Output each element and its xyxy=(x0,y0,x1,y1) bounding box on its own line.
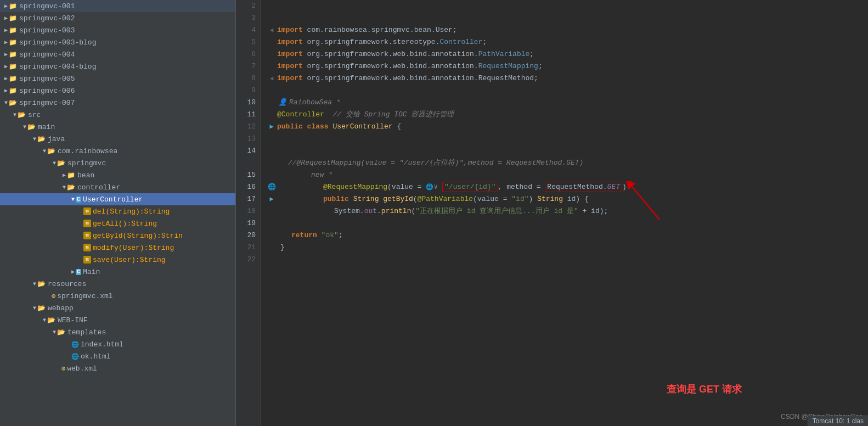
sidebar-item-springmvc-003[interactable]: ▶ 📁 springmvc-003 xyxy=(0,24,235,36)
code-line-12 xyxy=(266,133,863,145)
sidebar-item-springmvc-003-blog[interactable]: ▶ 📁 springmvc-003-blog xyxy=(0,36,235,48)
import-fold-icon: ◀ xyxy=(270,24,274,36)
sidebar-item-main[interactable]: ▼ 📂 main xyxy=(0,121,235,133)
sidebar-item-WEB-INF[interactable]: ▼ 📂 WEB-INF xyxy=(0,314,235,326)
sidebar-item-label: webapp xyxy=(48,304,74,312)
collapse-arrow[interactable]: ▼ xyxy=(53,329,56,335)
file-tree[interactable]: ▶ 📁 springmvc-001 ▶ 📁 springmvc-002 ▶ 📁 … xyxy=(0,0,236,426)
collapse-arrow[interactable]: ▼ xyxy=(13,112,16,118)
code-content[interactable]: ◀ import com.rainbowsea.springmvc.bean.U… xyxy=(261,0,868,426)
sidebar-item-src[interactable]: ▼ 📂 src xyxy=(0,109,235,121)
collapse-arrow[interactable]: ▶ xyxy=(71,268,75,275)
collapse-arrow[interactable]: ▶ xyxy=(4,39,8,46)
xml-file-icon: ⚙ xyxy=(61,365,65,373)
sidebar-item-controller[interactable]: ▼ 📂 controller xyxy=(0,181,235,193)
sidebar-item-springmvc-001[interactable]: ▶ 📁 springmvc-001 xyxy=(0,0,235,12)
folder-icon: 📁 xyxy=(9,51,17,59)
sidebar-item-del[interactable]: m del(String):String xyxy=(0,205,235,217)
html-file-icon: 🌐 xyxy=(71,353,79,360)
collapse-arrow[interactable]: ▼ xyxy=(43,317,46,323)
collapse-arrow[interactable]: ▶ xyxy=(4,51,8,58)
sidebar-item-label: springmvc.xml xyxy=(57,292,112,300)
sidebar-item-templates[interactable]: ▼ 📂 templates xyxy=(0,326,235,338)
sidebar-item-index-html[interactable]: 🌐 index.html xyxy=(0,338,235,350)
collapse-arrow[interactable]: ▼ xyxy=(33,305,36,311)
sidebar-item-springmvc-xml[interactable]: ⚙ springmvc.xml xyxy=(0,290,235,302)
code-line-10: @Controller // 交给 Spring IOC 容器进行管理 xyxy=(266,109,863,121)
folder-icon: 📂 xyxy=(37,135,46,143)
collapse-arrow[interactable]: ▶ xyxy=(4,3,8,9)
gutter-11: ▶ xyxy=(266,121,277,133)
folder-icon: 📁 xyxy=(67,171,75,180)
sidebar-item-label: Main xyxy=(83,268,100,276)
sidebar-item-ok-html[interactable]: 🌐 ok.html xyxy=(0,350,235,362)
sidebar-item-springmvc-002[interactable]: ▶ 📁 springmvc-002 xyxy=(0,12,235,24)
collapse-arrow[interactable]: ▼ xyxy=(53,160,56,166)
sidebar-item-webapp[interactable]: ▼ 📂 webapp xyxy=(0,302,235,314)
sidebar-item-label: bean xyxy=(77,171,94,180)
sidebar-item-springmvc-006[interactable]: ▶ 📁 springmvc-006 xyxy=(0,85,235,97)
sidebar-item-springmvc[interactable]: ▼ 📂 springmvc xyxy=(0,157,235,169)
sidebar-item-label: save(User):String xyxy=(93,256,166,264)
sidebar-item-com-rainbowsea[interactable]: ▼ 📂 com.rainbowsea xyxy=(0,145,235,157)
method-icon: m xyxy=(83,244,91,251)
collapse-arrow[interactable]: ▶ xyxy=(63,172,66,178)
folder-icon: 📁 xyxy=(9,26,17,35)
code-line-17: System.out.println("正在根据用户 id 查询用户信息...用… xyxy=(266,205,863,217)
sidebar-item-bean[interactable]: ▶ 📁 bean xyxy=(0,169,235,181)
sidebar-item-label: springmvc-004 xyxy=(19,51,75,59)
code-line-21 xyxy=(266,254,863,266)
line-num: 9 xyxy=(240,85,256,97)
folder-icon: 📂 xyxy=(47,316,55,324)
sidebar-item-springmvc-004-blog[interactable]: ▶ 📁 springmvc-004-blog xyxy=(0,60,235,72)
code-line-19: return "ok"; xyxy=(266,229,863,242)
sidebar-item-springmvc-007[interactable]: ▼ 📂 springmvc-007 xyxy=(0,97,235,109)
sidebar-item-web-xml[interactable]: ⚙ web.xml xyxy=(0,362,235,374)
tomcat-status-bar: Tomcat 10: 1 clas xyxy=(808,416,868,426)
sidebar-item-resources[interactable]: ▼ 📂 resources xyxy=(0,278,235,290)
sidebar-item-save[interactable]: m save(User):String xyxy=(0,254,235,266)
collapse-arrow[interactable]: ▼ xyxy=(71,197,75,203)
collapse-arrow[interactable]: ▶ xyxy=(4,63,8,70)
collapse-arrow[interactable]: ▼ xyxy=(4,100,8,106)
line-num: 12 xyxy=(240,121,256,133)
line-num: 22 xyxy=(240,254,256,266)
line-num: 16 xyxy=(240,181,256,193)
sidebar-item-java[interactable]: ▼ 📂 java xyxy=(0,133,235,145)
line-numbers: 2 3 4 5 6 7 8 9 10 11 12 13 14 15 16 17 … xyxy=(236,0,261,426)
line-num: 19 xyxy=(240,217,256,229)
collapse-arrow[interactable]: ▶ xyxy=(4,87,8,94)
earth-icon-15: 🌐 xyxy=(268,181,276,193)
collapse-arrow[interactable]: ▼ xyxy=(23,124,26,130)
folder-icon: 📂 xyxy=(47,147,55,155)
gutter-4: ◀ xyxy=(266,24,277,36)
line-num: 21 xyxy=(240,242,256,254)
collapse-arrow[interactable]: ▼ xyxy=(33,136,36,142)
collapse-arrow[interactable]: ▶ xyxy=(4,27,8,33)
sidebar-item-getAll[interactable]: m getAll():String xyxy=(0,217,235,229)
collapse-arrow[interactable]: ▶ xyxy=(4,15,8,21)
collapse-arrow[interactable]: ▼ xyxy=(33,281,36,287)
sidebar-item-UserController[interactable]: ▼ C UserController xyxy=(0,193,235,205)
sidebar-item-label: src xyxy=(28,111,41,119)
sidebar-item-springmvc-004[interactable]: ▶ 📁 springmvc-004 xyxy=(0,48,235,60)
line-num: 8 xyxy=(240,72,256,85)
collapse-arrow[interactable]: ▶ xyxy=(4,75,8,82)
sidebar-item-Main[interactable]: ▶ C Main xyxy=(0,266,235,278)
collapse-arrow[interactable]: ▼ xyxy=(63,184,66,190)
sidebar-item-springmvc-005[interactable]: ▶ 📁 springmvc-005 xyxy=(0,72,235,85)
collapse-arrow[interactable]: ▼ xyxy=(43,148,46,154)
line-num: 6 xyxy=(240,48,256,60)
method-icon: m xyxy=(83,220,91,227)
code-line-2 xyxy=(266,0,863,12)
author-text: RainbowSea * xyxy=(289,97,341,109)
line-num: 18 xyxy=(240,205,256,217)
code-line-13 xyxy=(266,145,863,157)
folder-icon: 📂 xyxy=(18,111,26,119)
sidebar-item-modify[interactable]: m modify(User):String xyxy=(0,242,235,254)
method-icon: m xyxy=(83,208,91,215)
sidebar-item-getById[interactable]: m getById(String):Strin xyxy=(0,229,235,242)
sidebar-item-label: springmvc-002 xyxy=(19,14,75,23)
line-num: 7 xyxy=(240,60,256,72)
sidebar-item-label: springmvc-006 xyxy=(19,87,75,95)
